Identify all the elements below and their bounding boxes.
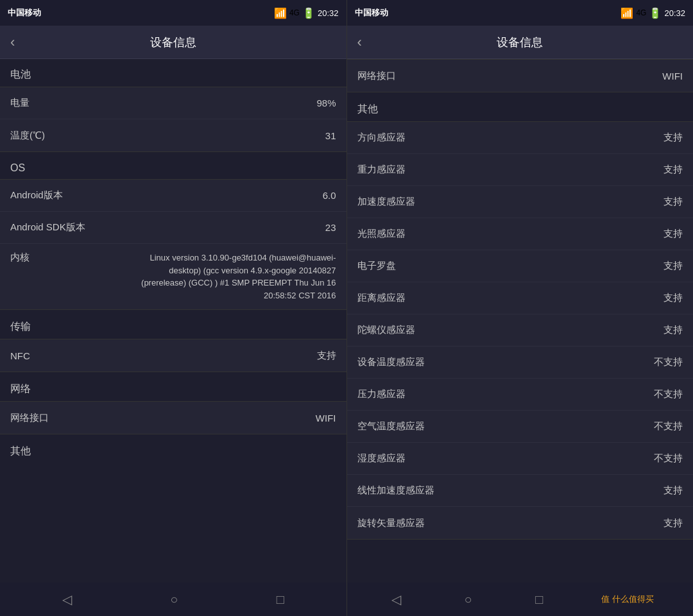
- time-right: 20:32: [664, 8, 685, 18]
- left-carrier: 中国移动: [8, 7, 41, 19]
- right-network-label: 网络接口: [357, 70, 396, 82]
- right-status-icons: 📶 4G 🔋 20:32: [620, 7, 685, 19]
- device-temp-sensor-row: 设备温度感应器 不支持: [347, 346, 694, 379]
- gravity-sensor-value: 支持: [663, 164, 683, 176]
- battery-temp-label: 温度(℃): [10, 130, 45, 142]
- linear-accel-sensor-label: 线性加速度感应器: [357, 484, 434, 497]
- right-recent-nav-button[interactable]: □: [530, 587, 548, 612]
- right-panel-content: 网络接口 WIFI 其他 方向感应器 支持 重力感应器 支持 加速度感应器 支持: [347, 59, 694, 583]
- right-status: 中国移动 📶 4G 🔋 20:32: [347, 0, 694, 26]
- orientation-sensor-row: 方向感应器 支持: [347, 122, 694, 154]
- humidity-sensor-value: 不支持: [654, 452, 683, 465]
- proximity-sensor-label: 距离感应器: [357, 292, 406, 304]
- battery-icon: 🔋: [302, 7, 315, 19]
- nfc-value: 支持: [317, 350, 336, 362]
- device-temp-sensor-value: 不支持: [654, 356, 683, 368]
- pressure-sensor-row: 压力感应器 不支持: [347, 379, 694, 411]
- brand-label: 值 什么值得买: [601, 594, 654, 605]
- orientation-sensor-value: 支持: [663, 132, 683, 144]
- right-back-button[interactable]: ‹: [357, 34, 362, 51]
- android-version-label: Android版本: [10, 189, 63, 201]
- bottom-navigation: ◁ ○ □ ◁ ○ □ 值 什么值得买: [0, 583, 693, 616]
- right-network-row: 网络接口 WIFI: [347, 60, 694, 92]
- orientation-sensor-label: 方向感应器: [357, 132, 406, 144]
- kernel-label: 内核: [10, 252, 30, 264]
- battery-temp-value: 31: [325, 130, 336, 141]
- battery-level-value: 98%: [316, 98, 336, 108]
- left-back-button[interactable]: ‹: [10, 34, 15, 51]
- android-version-row: Android版本 6.0: [0, 180, 346, 212]
- left-status: 中国移动 📶 4G 🔋 20:32: [0, 0, 346, 26]
- gravity-sensor-label: 重力感应器: [357, 164, 406, 176]
- right-network-card: 网络接口 WIFI: [347, 59, 694, 92]
- compass-value: 支持: [663, 260, 683, 272]
- signal-icon: 4G: [289, 8, 300, 17]
- air-temp-sensor-value: 不支持: [654, 420, 683, 432]
- compass-label: 电子罗盘: [357, 260, 396, 272]
- sensors-card: 方向感应器 支持 重力感应器 支持 加速度感应器 支持 光照感应器 支持 电子罗…: [347, 121, 694, 540]
- battery-icon-r: 🔋: [649, 7, 662, 19]
- pressure-sensor-value: 不支持: [654, 388, 683, 400]
- gyro-sensor-value: 支持: [663, 324, 683, 336]
- other-right-section-header: 其他: [347, 94, 694, 121]
- pressure-sensor-label: 压力感应器: [357, 388, 406, 400]
- device-temp-sensor-label: 设备温度感应器: [357, 356, 425, 368]
- android-sdk-row: Android SDK版本 23: [0, 212, 346, 244]
- signal-icon-r: 4G: [636, 8, 646, 17]
- transfer-card: NFC 支持: [0, 339, 346, 372]
- network-interface-label: 网络接口: [10, 412, 49, 424]
- compass-row: 电子罗盘 支持: [347, 250, 694, 282]
- rotation-vector-sensor-label: 旋转矢量感应器: [357, 517, 425, 529]
- gravity-sensor-row: 重力感应器 支持: [347, 154, 694, 186]
- left-recent-nav-button[interactable]: □: [271, 587, 289, 612]
- proximity-sensor-value: 支持: [663, 292, 683, 304]
- air-temp-sensor-label: 空气温度感应器: [357, 420, 425, 432]
- other-left-section-header: 其他: [0, 436, 346, 463]
- wifi-icon-r: 📶: [620, 7, 633, 19]
- light-sensor-value: 支持: [663, 228, 683, 240]
- wifi-icon: 📶: [274, 7, 287, 19]
- nfc-label: NFC: [10, 350, 30, 361]
- right-home-nav-button[interactable]: ○: [459, 587, 477, 612]
- linear-accel-sensor-value: 支持: [663, 484, 683, 497]
- network-card: 网络接口 WIFI: [0, 401, 346, 434]
- right-network-value: WIFI: [662, 71, 683, 81]
- accel-sensor-value: 支持: [663, 196, 683, 208]
- gyro-sensor-label: 陀螺仪感应器: [357, 324, 415, 336]
- left-back-nav-button[interactable]: ◁: [57, 586, 77, 612]
- air-temp-sensor-row: 空气温度感应器 不支持: [347, 411, 694, 443]
- os-card: Android版本 6.0 Android SDK版本 23 内核 Linux …: [0, 179, 346, 310]
- battery-temp-row: 温度(℃) 31: [0, 119, 346, 151]
- os-section-header: OS: [0, 153, 346, 179]
- left-status-icons: 📶 4G 🔋 20:32: [274, 7, 339, 19]
- left-title-bar: ‹ 设备信息: [0, 26, 346, 59]
- time-left: 20:32: [318, 8, 339, 18]
- network-interface-row: 网络接口 WIFI: [0, 402, 346, 434]
- left-panel: ‹ 设备信息 电池 电量 98% 温度(℃) 31 OS Android版本: [0, 26, 347, 583]
- humidity-sensor-label: 湿度感应器: [357, 452, 406, 465]
- transfer-section-header: 传输: [0, 311, 346, 339]
- light-sensor-label: 光照感应器: [357, 228, 406, 240]
- android-sdk-label: Android SDK版本: [10, 221, 85, 234]
- right-panel: ‹ 设备信息 网络接口 WIFI 其他 方向感应器 支持 重力感应器 支: [347, 26, 694, 583]
- accel-sensor-row: 加速度感应器 支持: [347, 186, 694, 218]
- proximity-sensor-row: 距离感应器 支持: [347, 282, 694, 314]
- main-panels: ‹ 设备信息 电池 电量 98% 温度(℃) 31 OS Android版本: [0, 26, 693, 583]
- battery-section-header: 电池: [0, 59, 346, 87]
- battery-level-label: 电量: [10, 97, 30, 109]
- nfc-row: NFC 支持: [0, 339, 346, 372]
- right-title-bar: ‹ 设备信息: [347, 26, 694, 59]
- left-page-title: 设备信息: [0, 35, 346, 50]
- kernel-row: 内核 Linux version 3.10.90-ge3fd104 (huawe…: [0, 244, 346, 309]
- right-back-nav-button[interactable]: ◁: [386, 586, 406, 612]
- right-bottom-nav: ◁ ○ □ 值 什么值得买: [347, 583, 694, 616]
- android-version-value: 6.0: [323, 190, 336, 201]
- rotation-vector-sensor-row: 旋转矢量感应器 支持: [347, 507, 694, 539]
- network-interface-value: WIFI: [316, 413, 336, 424]
- left-home-nav-button[interactable]: ○: [165, 587, 183, 612]
- humidity-sensor-row: 湿度感应器 不支持: [347, 443, 694, 475]
- right-carrier: 中国移动: [355, 7, 388, 19]
- status-bar: 中国移动 📶 4G 🔋 20:32 中国移动 📶 4G 🔋 20:32: [0, 0, 693, 26]
- accel-sensor-label: 加速度感应器: [357, 196, 415, 208]
- linear-accel-sensor-row: 线性加速度感应器 支持: [347, 475, 694, 507]
